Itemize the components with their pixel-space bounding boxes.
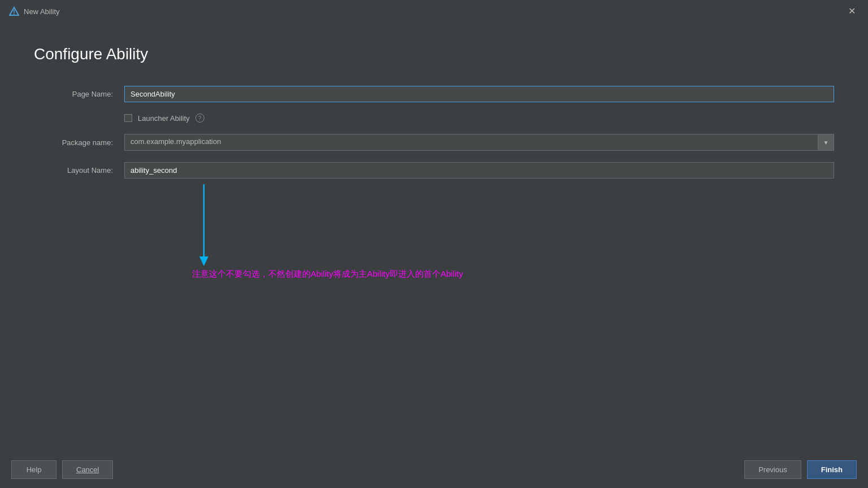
dialog: New Ability ✕ Configure Ability Page Nam…: [0, 0, 868, 488]
annotation-text: 注意这个不要勾选，不然创建的Ability将成为主Ability即进入的首个Ab…: [192, 269, 463, 280]
launcher-ability-row: Launcher Ability ?: [124, 114, 834, 123]
page-name-label: Page Name:: [34, 90, 113, 98]
footer-left-buttons: Help Cancel: [11, 460, 113, 479]
footer-right-buttons: Previous Finish: [744, 460, 857, 479]
finish-button[interactable]: Finish: [807, 460, 857, 479]
package-name-dropdown[interactable]: com.example.myapplication ▼: [124, 134, 834, 151]
annotation-arrow-icon: [198, 184, 210, 266]
launcher-ability-checkbox[interactable]: [124, 114, 132, 122]
page-heading: Configure Ability: [34, 45, 834, 63]
app-logo-icon: [9, 6, 19, 16]
layout-name-input[interactable]: [124, 162, 834, 178]
package-name-value: com.example.myapplication: [125, 134, 834, 150]
annotation-area: 注意这个不要勾选，不然创建的Ability将成为主Ability即进入的首个Ab…: [34, 184, 834, 440]
package-name-label: Package name:: [34, 138, 113, 147]
layout-name-label: Layout Name:: [34, 166, 113, 175]
close-button[interactable]: ✕: [845, 6, 859, 17]
titlebar: New Ability ✕: [0, 0, 868, 23]
help-tooltip-icon[interactable]: ?: [195, 114, 204, 123]
svg-marker-4: [199, 256, 208, 266]
svg-point-2: [14, 14, 15, 15]
layout-name-row: Layout Name:: [34, 162, 834, 178]
dialog-content: Configure Ability Page Name: Launcher Ab…: [0, 23, 868, 451]
cancel-button[interactable]: Cancel: [62, 460, 113, 479]
help-button[interactable]: Help: [11, 460, 56, 479]
previous-button[interactable]: Previous: [744, 460, 801, 479]
page-name-row: Page Name:: [34, 86, 834, 102]
titlebar-left: New Ability: [9, 6, 60, 16]
form-area: Page Name: Launcher Ability ? Package na…: [34, 86, 834, 178]
dropdown-arrow-icon[interactable]: ▼: [818, 134, 834, 150]
package-name-row: Package name: com.example.myapplication …: [34, 134, 834, 151]
page-name-input[interactable]: [124, 86, 834, 102]
dialog-title: New Ability: [24, 7, 60, 16]
launcher-ability-label: Launcher Ability: [138, 114, 190, 123]
footer: Help Cancel Previous Finish: [0, 451, 868, 488]
